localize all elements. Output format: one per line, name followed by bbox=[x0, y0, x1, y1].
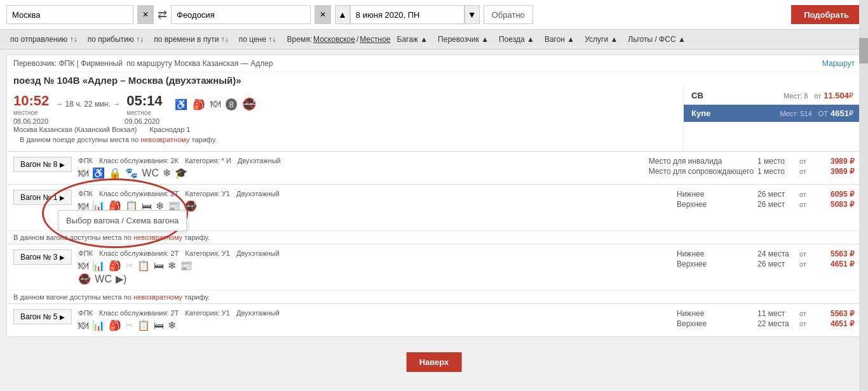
date-next-button[interactable]: ▼ bbox=[465, 5, 480, 24]
wagon5-snow-icon: ❄ bbox=[168, 319, 176, 331]
filter-local-time[interactable]: Местное bbox=[360, 35, 390, 44]
wagon-1-notice-suffix: тарифу. bbox=[184, 234, 210, 241]
wagon-3-tags: ФПК Класс обслуживания: 2Т Категория: У1… bbox=[78, 249, 670, 257]
wagon-3-info: ФПК Класс обслуживания: 2Т Категория: У1… bbox=[78, 249, 670, 285]
filter-price[interactable]: по цене ↑↓ bbox=[235, 34, 280, 45]
wagon-5-floor: Двухэтажный bbox=[236, 309, 280, 317]
date-input[interactable] bbox=[350, 5, 465, 24]
notice-suffix: тарифу. bbox=[192, 136, 217, 143]
wagon3-book-icon: 📰 bbox=[180, 260, 193, 272]
arr-station: Краснодар 1 bbox=[150, 126, 191, 133]
wagon-8-price-2: Место для сопровождающего 1 место от 398… bbox=[649, 167, 855, 176]
wagon-1-info: ФПК Класс обслуживания: 2Т Категория: У1… bbox=[78, 190, 670, 225]
wagon-3-button[interactable]: Вагон № 3 ▶ bbox=[13, 249, 72, 265]
wagon-8-tags: ФПК Класс обслуживания: 2К Категория: * … bbox=[78, 157, 642, 164]
train-title: поезд № 104В «Адлер – Москва (двухэтажны… bbox=[7, 72, 861, 87]
wagon-1-cat: Категория: У1 bbox=[185, 190, 230, 197]
wp-from-upper1: от bbox=[799, 201, 806, 208]
wagon5-scissors-icon: ✂ bbox=[125, 319, 133, 331]
wagon-5-label: Вагон № 5 bbox=[20, 312, 57, 321]
arr-date: 09.06.2020 bbox=[125, 117, 159, 125]
wagon-3-notice-link[interactable]: невозвратному bbox=[133, 293, 182, 301]
swap-button[interactable]: ⇄ bbox=[158, 8, 167, 22]
filter-duration[interactable]: по времени в пути ↑↓ bbox=[150, 34, 233, 45]
filter-services[interactable]: Услуги ▲ bbox=[581, 34, 621, 45]
filter-departure[interactable]: по отправлению ↑↓ bbox=[6, 34, 81, 45]
filter-benefits[interactable]: Льготы / ФСС ▲ bbox=[624, 34, 689, 45]
wagon-1-arrow: ▶ bbox=[60, 194, 65, 201]
pet-icon: 🐾 bbox=[125, 167, 138, 179]
price-seats-kupe: Мест: 514 bbox=[780, 110, 811, 117]
train-number: № 104В bbox=[44, 75, 80, 86]
wagon3-snow-icon: ❄ bbox=[168, 260, 176, 272]
filter-baggage[interactable]: Багаж ▲ bbox=[393, 34, 432, 45]
carrier-label: Перевозчик: ФПК | Фирменный bbox=[13, 59, 123, 68]
wagon-3-icons2: 🚭 WC ▶) bbox=[78, 273, 670, 285]
notice-link[interactable]: невозвратному bbox=[140, 136, 189, 143]
to-input[interactable] bbox=[171, 5, 311, 24]
wagon-5-info: ФПК Класс обслуживания: 2Т Категория: У1… bbox=[78, 309, 670, 331]
price-currency-sv: ₽ bbox=[849, 91, 853, 100]
wagon-5-tags: ФПК Класс обслуживания: 2Т Категория: У1… bbox=[78, 309, 670, 317]
filter-carrier[interactable]: Перевозчик ▲ bbox=[434, 34, 492, 45]
wagon-8-floor: Двухэтажный bbox=[238, 157, 281, 164]
wagon-3-notice-text: В данном вагоне доступны места по bbox=[13, 293, 132, 301]
route-link[interactable]: Маршрут bbox=[822, 59, 855, 68]
dep-date: 08.06.2020 bbox=[13, 117, 48, 125]
return-button[interactable]: Обратно bbox=[484, 5, 533, 24]
wagon-5-arrow: ▶ bbox=[60, 314, 65, 321]
wagon3-table-icon: 📋 bbox=[137, 260, 150, 272]
wagon-5-price-lower: Нижнее 11 мест от 5563 ₽ bbox=[677, 309, 855, 318]
filter-trains[interactable]: Поезда ▲ bbox=[495, 34, 538, 45]
wagon-section-8: Вагон № 8 ▶ ФПК Класс обслуживания: 2К К… bbox=[7, 151, 861, 184]
price-row-kupe[interactable]: Купе Мест: 514 ОТ 4651 ₽ bbox=[684, 105, 861, 123]
price-row-sv[interactable]: СВ Мест: 8 от 11.504 ₽ bbox=[684, 87, 861, 105]
wagon-1-notice-link[interactable]: невозвратному bbox=[133, 234, 182, 241]
train-icons: ♿ 🎒 🍽 8 🚭 bbox=[168, 92, 262, 116]
train-notice: В данном поезде доступны места по невозв… bbox=[13, 133, 677, 146]
wp-price-upper1: 5083 ₽ bbox=[810, 200, 855, 209]
wagon-3-class: Класс обслуживания: 2Т bbox=[99, 249, 179, 257]
wagon-1-label: Вагон № 1 bbox=[20, 193, 57, 202]
search-button[interactable]: Подобрать bbox=[791, 5, 862, 24]
snowflake-icon: ❄ bbox=[163, 167, 171, 179]
wp-count-lower1: 26 мест bbox=[757, 190, 796, 199]
wp-from-lower3: от bbox=[799, 250, 806, 258]
wp-from-upper3: от bbox=[799, 260, 806, 268]
wagon-3-arrow: ▶ bbox=[60, 254, 65, 261]
from-input[interactable] bbox=[6, 5, 133, 24]
filter-moscow-time[interactable]: Московское bbox=[313, 35, 355, 44]
dep-label: местное bbox=[13, 109, 49, 116]
wagon-1-floor: Двухэтажный bbox=[236, 190, 280, 197]
clear-to-button[interactable]: ✕ bbox=[315, 5, 331, 24]
wagon-1-button[interactable]: Вагон № 1 ▶ bbox=[13, 190, 72, 205]
train-label: поезд bbox=[13, 75, 41, 86]
timing-row: 10:52 местное → 18 ч. 22 мин. → 05:14 ме… bbox=[13, 92, 677, 116]
selection-popup[interactable]: Выбор вагона / Схема вагона bbox=[58, 210, 187, 231]
date-prev-button[interactable]: ▲ bbox=[335, 5, 350, 24]
wp-count-upper1: 26 мест bbox=[757, 200, 796, 209]
wagon-8-cat: Категория: * И bbox=[185, 157, 231, 164]
filter-wagon[interactable]: Вагон ▲ bbox=[541, 34, 578, 45]
wagon-8-arrow: ▶ bbox=[60, 161, 65, 168]
wagon-5-price-upper: Верхнее 22 места от 4651 ₽ bbox=[677, 319, 855, 328]
wagon-8-price-1: Место для инвалида 1 место от 3989 ₽ bbox=[649, 157, 855, 166]
wagon5-bed-icon: 🛏 bbox=[154, 320, 164, 331]
clear-from-button[interactable]: ✕ bbox=[137, 5, 154, 24]
search-bar: ✕ ⇄ ✕ ▲ ▼ Обратно Подобрать bbox=[0, 0, 868, 30]
wagon-5-button[interactable]: Вагон № 5 ▶ bbox=[13, 309, 72, 324]
duration: → 18 ч. 22 мин. → bbox=[55, 100, 120, 109]
wagon-3-price-lower: Нижнее 24 места от 5563 ₽ bbox=[677, 249, 855, 258]
wp-count-invalid: 1 место bbox=[757, 157, 796, 166]
wagon-1-fpk: ФПК bbox=[78, 190, 93, 197]
wp-from-lower5: от bbox=[799, 310, 806, 317]
price-class-kupe: Купе bbox=[691, 109, 773, 118]
wagon5-dining-icon: 🍽 bbox=[78, 320, 88, 331]
filter-arrival[interactable]: по прибытию ↑↓ bbox=[84, 34, 147, 45]
wp-count-companion: 1 место bbox=[757, 167, 796, 176]
filter-time-label: Время: bbox=[287, 35, 312, 44]
wagon-8-button[interactable]: Вагон № 8 ▶ bbox=[13, 157, 72, 172]
scrollbar[interactable] bbox=[859, 0, 868, 347]
wagon-1-notice: В данном вагоне доступны места по невозв… bbox=[7, 230, 861, 244]
wagon-section-1: Вагон № 1 ▶ ФПК Класс обслуживания: 2Т К… bbox=[7, 184, 861, 230]
